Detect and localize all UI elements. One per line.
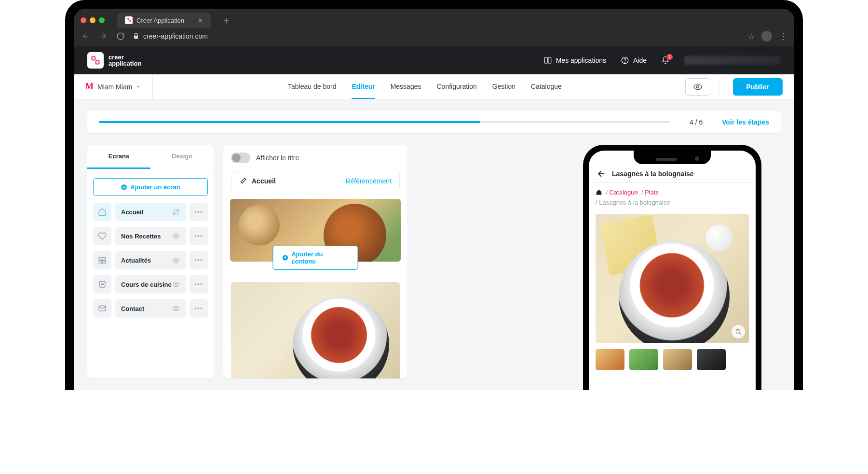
plus-circle-icon xyxy=(121,184,127,191)
preview-button[interactable] xyxy=(685,78,710,96)
thumbnail[interactable] xyxy=(629,349,658,370)
svg-point-20 xyxy=(175,283,177,285)
crumb-catalogue[interactable]: Catalogue xyxy=(609,189,637,196)
progress-link[interactable]: Voir les étapes xyxy=(722,118,769,126)
browser-toolbar: creer-application.com ☆ ⋮ xyxy=(74,28,794,46)
tab-config[interactable]: Configuration xyxy=(436,75,476,99)
notifications-button[interactable]: 7 xyxy=(661,56,670,65)
zoom-icon[interactable] xyxy=(732,325,745,338)
screen-item-recettes[interactable]: Nos Recettes ••• xyxy=(93,227,208,245)
tab-manage[interactable]: Gestion xyxy=(492,75,515,99)
svg-rect-12 xyxy=(99,257,106,259)
forward-button[interactable] xyxy=(98,31,108,42)
svg-rect-3 xyxy=(96,61,99,64)
screen-more-button[interactable]: ••• xyxy=(190,251,208,269)
tab-close-icon[interactable]: ✕ xyxy=(198,17,203,24)
browser-tabbar: Creer Application ✕ ＋ xyxy=(74,9,794,28)
tab-dashboard[interactable]: Tableau de bord xyxy=(288,75,336,99)
screen-item-cours[interactable]: Cours de cuisine ••• xyxy=(93,275,208,293)
svg-point-8 xyxy=(696,85,699,88)
user-email[interactable] xyxy=(684,56,781,65)
svg-point-15 xyxy=(175,259,177,261)
screen-item-contact[interactable]: Contact ••• xyxy=(93,299,208,318)
thumbnail[interactable] xyxy=(663,349,692,370)
sidebar-tab-ecrans[interactable]: Ecrans xyxy=(87,145,150,169)
notification-badge: 7 xyxy=(666,54,673,60)
progress-card: 4 / 6 Voir les étapes xyxy=(87,111,781,133)
svg-rect-13 xyxy=(99,261,102,263)
back-arrow-icon[interactable] xyxy=(597,169,606,179)
thumbnail[interactable] xyxy=(697,349,726,370)
heart-icon xyxy=(93,227,111,245)
svg-point-24 xyxy=(736,329,740,333)
screen-label: Contact xyxy=(121,305,144,312)
svg-point-11 xyxy=(175,235,177,237)
reload-button[interactable] xyxy=(115,31,126,42)
svg-point-7 xyxy=(624,62,625,62)
browser-tab[interactable]: Creer Application ✕ xyxy=(117,13,211,28)
new-tab-button[interactable]: ＋ xyxy=(221,14,231,27)
back-button[interactable] xyxy=(81,31,91,42)
sidebar-tab-design[interactable]: Design xyxy=(150,145,214,169)
add-content-button[interactable]: Ajouter du contenu xyxy=(273,246,358,270)
eye-icon xyxy=(693,82,703,92)
help-label: Aide xyxy=(633,56,647,64)
screen-more-button[interactable]: ••• xyxy=(190,299,208,318)
eye-icon[interactable] xyxy=(172,232,180,240)
screen-more-button[interactable]: ••• xyxy=(190,203,208,221)
crumb-plats[interactable]: Plats xyxy=(645,189,659,196)
screen-item-accueil[interactable]: Accueil ••• xyxy=(93,203,208,221)
home-icon xyxy=(93,203,111,221)
editor-panel: Afficher le titre Accueil Référencement xyxy=(223,145,407,378)
breadcrumb: / Catalogue / Plats / Lasagnes à la bolo… xyxy=(589,183,756,211)
app-name: Miam Miam xyxy=(97,83,132,91)
screen-title-bar: Accueil Référencement xyxy=(231,171,400,191)
tab-messages[interactable]: Messages xyxy=(391,75,421,99)
screen-more-button[interactable]: ••• xyxy=(190,275,208,293)
tab-editor[interactable]: Editeur xyxy=(352,75,375,99)
toggle-label: Afficher le titre xyxy=(256,154,299,162)
maximize-window-icon[interactable] xyxy=(99,17,105,23)
profile-avatar[interactable] xyxy=(761,31,772,42)
svg-rect-14 xyxy=(103,261,106,263)
phone-notch xyxy=(634,151,711,164)
publish-button[interactable]: Publier xyxy=(733,78,783,96)
tab-catalog[interactable]: Catalogue xyxy=(531,75,562,99)
star-icon[interactable]: ☆ xyxy=(748,32,755,41)
eye-icon[interactable] xyxy=(172,280,180,288)
layout-icon xyxy=(93,251,111,269)
eye-icon[interactable] xyxy=(172,305,180,312)
minimize-window-icon[interactable] xyxy=(90,17,95,23)
screen-item-actualites[interactable]: Actualités ••• xyxy=(93,251,208,269)
add-content-label: Ajouter du contenu xyxy=(291,251,349,265)
logo-text-2: application xyxy=(108,60,142,67)
svg-rect-1 xyxy=(129,20,130,22)
thumbnail-strip xyxy=(589,346,756,370)
app-logo[interactable]: creer application xyxy=(87,52,142,69)
seo-link[interactable]: Référencement xyxy=(345,177,392,185)
chevron-down-icon xyxy=(136,84,141,89)
screen-more-button[interactable]: ••• xyxy=(190,227,208,245)
plus-circle-icon xyxy=(282,254,289,261)
product-image[interactable] xyxy=(596,214,749,343)
content-image[interactable] xyxy=(231,282,400,378)
toggle-title-switch[interactable] xyxy=(231,153,250,163)
browser-more-icon[interactable]: ⋮ xyxy=(779,31,787,42)
phone-preview: Lasagnes à la bolognaise / Catalogue / P… xyxy=(583,145,761,390)
svg-line-25 xyxy=(739,333,741,334)
home-icon[interactable] xyxy=(596,189,602,195)
help-link[interactable]: Aide xyxy=(621,56,647,65)
eye-off-icon[interactable] xyxy=(172,208,180,216)
my-apps-link[interactable]: Mes applications xyxy=(543,56,606,65)
edit-icon[interactable] xyxy=(239,177,247,185)
eye-icon[interactable] xyxy=(172,256,180,264)
close-window-icon[interactable] xyxy=(81,17,86,23)
screen-label: Accueil xyxy=(121,209,143,216)
app-switcher[interactable]: M Miam Miam xyxy=(85,82,141,92)
article-icon xyxy=(93,275,111,293)
add-screen-button[interactable]: Ajouter un écran xyxy=(93,178,208,196)
address-bar[interactable]: creer-application.com xyxy=(133,32,741,40)
thumbnail[interactable] xyxy=(596,349,624,370)
window-controls xyxy=(81,17,105,23)
phone-title: Lasagnes à la bolognaise xyxy=(612,170,694,178)
